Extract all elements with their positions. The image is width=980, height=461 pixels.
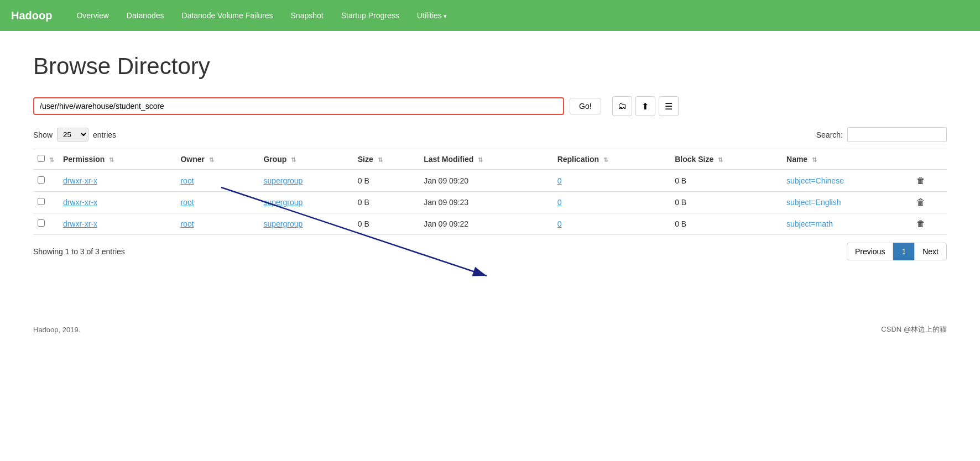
row-3-replication: 0	[553, 213, 671, 235]
row-1-owner-link[interactable]: root	[180, 176, 194, 185]
row-3-delete-icon[interactable]: 🗑	[916, 219, 925, 228]
page-footer: Hadoop, 2019. CSDN @林边上的猫	[0, 316, 980, 343]
row-1-name-link[interactable]: subject=Chinese	[786, 176, 844, 185]
table-body: drwxr-xr-x root supergroup 0 B Jan 09 09…	[33, 170, 947, 235]
row-1-checkbox-cell	[33, 170, 59, 192]
sort-icon-last-modified: ⇅	[478, 156, 483, 163]
row-2-replication: 0	[553, 192, 671, 213]
sort-icon-owner: ⇅	[209, 156, 214, 163]
folder-icon: 🗂	[618, 101, 627, 111]
sort-icon-size: ⇅	[378, 156, 383, 163]
row-2-checkbox[interactable]	[38, 198, 45, 205]
list-icon-button[interactable]: ☰	[659, 96, 679, 116]
row-3-replication-link[interactable]: 0	[557, 219, 562, 228]
row-1-size: 0 B	[353, 170, 419, 192]
row-2-group-link[interactable]: supergroup	[263, 198, 303, 207]
upload-icon-button[interactable]: ⬆	[635, 96, 655, 116]
row-1-group: supergroup	[259, 170, 353, 192]
nav-item-utilities[interactable]: Utilities	[409, 7, 455, 24]
search-bar: Search:	[816, 127, 947, 142]
th-last-modified[interactable]: Last Modified ⇅	[419, 149, 552, 170]
upload-icon: ⬆	[642, 101, 649, 112]
row-2-replication-link[interactable]: 0	[557, 198, 562, 207]
row-2-block-size: 0 B	[670, 192, 782, 213]
th-replication[interactable]: Replication ⇅	[553, 149, 671, 170]
go-button[interactable]: Go!	[570, 98, 601, 114]
row-2-size: 0 B	[353, 192, 419, 213]
row-1-replication-link[interactable]: 0	[557, 176, 562, 185]
table-row: drwxr-xr-x root supergroup 0 B Jan 09 09…	[33, 213, 947, 235]
row-3-permission-link[interactable]: drwxr-xr-x	[63, 219, 97, 228]
sort-icon-0: ⇅	[49, 156, 54, 163]
row-3-checkbox-cell	[33, 213, 59, 235]
row-2-permission: drwxr-xr-x	[59, 192, 176, 213]
th-group[interactable]: Group ⇅	[259, 149, 353, 170]
row-3-delete-cell: 🗑	[912, 213, 947, 235]
th-name[interactable]: Name ⇅	[782, 149, 912, 170]
row-2-owner-link[interactable]: root	[180, 198, 194, 207]
folder-icon-button[interactable]: 🗂	[612, 96, 632, 116]
nav-item-datanodes[interactable]: Datanodes	[119, 7, 172, 24]
footer-left: Hadoop, 2019.	[33, 326, 80, 334]
row-3-size: 0 B	[353, 213, 419, 235]
row-2-permission-link[interactable]: drwxr-xr-x	[63, 198, 97, 207]
row-3-owner-link[interactable]: root	[180, 219, 194, 228]
row-1-owner: root	[176, 170, 259, 192]
th-actions	[912, 149, 947, 170]
row-1-permission-link[interactable]: drwxr-xr-x	[63, 176, 97, 185]
row-2-group: supergroup	[259, 192, 353, 213]
th-permission[interactable]: Permission ⇅	[59, 149, 176, 170]
icon-buttons: 🗂 ⬆ ☰	[612, 96, 679, 116]
row-3-group-link[interactable]: supergroup	[263, 219, 303, 228]
navbar-nav: Overview Datanodes Datanode Volume Failu…	[69, 7, 455, 24]
row-1-last-modified: Jan 09 09:20	[419, 170, 552, 192]
next-button[interactable]: Next	[914, 243, 947, 260]
select-all-checkbox[interactable]	[38, 155, 45, 162]
path-input[interactable]	[33, 97, 564, 115]
nav-item-datanode-volume-failures[interactable]: Datanode Volume Failures	[174, 7, 281, 24]
table-wrapper: ⇅ Permission ⇅ Owner ⇅ Group ⇅	[33, 149, 947, 235]
row-1-delete-cell: 🗑	[912, 170, 947, 192]
navbar-brand[interactable]: Hadoop	[11, 9, 52, 22]
entries-select[interactable]: 10 25 50 100	[57, 128, 88, 142]
row-3-last-modified: Jan 09 09:22	[419, 213, 552, 235]
search-input[interactable]	[847, 127, 947, 142]
navbar: Hadoop Overview Datanodes Datanode Volum…	[0, 0, 980, 31]
page-1-button[interactable]: 1	[893, 243, 914, 260]
row-3-block-size: 0 B	[670, 213, 782, 235]
directory-table: ⇅ Permission ⇅ Owner ⇅ Group ⇅	[33, 149, 947, 235]
row-1-name: subject=Chinese	[782, 170, 912, 192]
row-1-permission: drwxr-xr-x	[59, 170, 176, 192]
table-footer: Showing 1 to 3 of 3 entries Previous 1 N…	[33, 243, 947, 260]
nav-item-snapshot[interactable]: Snapshot	[283, 7, 331, 24]
th-size[interactable]: Size ⇅	[353, 149, 419, 170]
row-2-delete-cell: 🗑	[912, 192, 947, 213]
row-2-delete-icon[interactable]: 🗑	[916, 197, 925, 207]
table-header: ⇅ Permission ⇅ Owner ⇅ Group ⇅	[33, 149, 947, 170]
show-label: Show	[33, 130, 53, 139]
th-block-size[interactable]: Block Size ⇅	[670, 149, 782, 170]
row-3-checkbox[interactable]	[38, 219, 45, 227]
row-1-delete-icon[interactable]: 🗑	[916, 176, 925, 185]
sort-icon-permission: ⇅	[109, 156, 114, 163]
entries-label: entries	[93, 130, 116, 139]
table-row: drwxr-xr-x root supergroup 0 B Jan 09 09…	[33, 170, 947, 192]
nav-item-startup-progress[interactable]: Startup Progress	[333, 7, 407, 24]
row-1-group-link[interactable]: supergroup	[263, 176, 303, 185]
search-label: Search:	[816, 130, 843, 139]
list-icon: ☰	[665, 101, 673, 112]
page-title: Browse Directory	[33, 53, 947, 80]
row-1-checkbox[interactable]	[38, 176, 45, 184]
th-owner[interactable]: Owner ⇅	[176, 149, 259, 170]
row-3-name-link[interactable]: subject=math	[786, 219, 833, 228]
row-2-name: subject=English	[782, 192, 912, 213]
row-2-name-link[interactable]: subject=English	[786, 198, 841, 207]
path-bar: Go! 🗂 ⬆ ☰	[33, 96, 947, 116]
row-1-block-size: 0 B	[670, 170, 782, 192]
pagination: Previous 1 Next	[847, 243, 947, 260]
sort-icon-block-size: ⇅	[718, 156, 723, 163]
nav-item-overview[interactable]: Overview	[69, 7, 116, 24]
page-content: Browse Directory Go! 🗂 ⬆ ☰ Show 10 25 50…	[0, 31, 980, 282]
row-3-name: subject=math	[782, 213, 912, 235]
previous-button[interactable]: Previous	[847, 243, 893, 260]
